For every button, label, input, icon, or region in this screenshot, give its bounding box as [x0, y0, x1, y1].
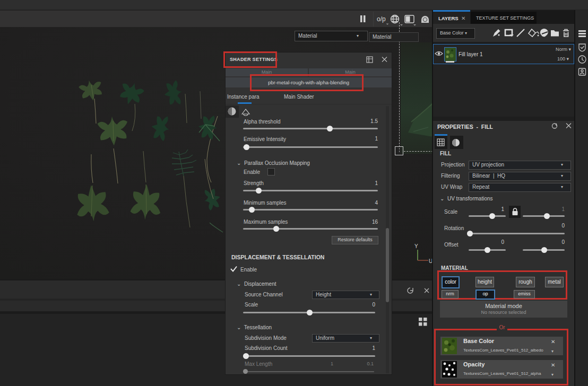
svg-text:Y: Y [414, 243, 418, 249]
svg-text:o/p: o/p [377, 15, 386, 23]
